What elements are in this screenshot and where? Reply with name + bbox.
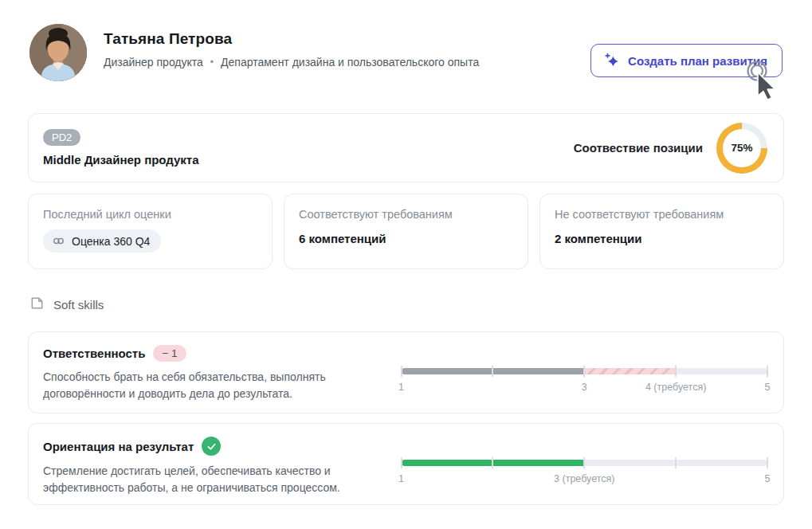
card-label: Последний цикл оценки <box>43 208 257 221</box>
skill-scale-bar: 13 (требуется)5 <box>402 460 768 492</box>
scale-tick <box>583 366 585 378</box>
link-icon <box>52 234 65 248</box>
skill-description: Стремление достигать целей, обеспечивать… <box>43 463 382 496</box>
scale-label: 5 <box>765 382 771 393</box>
separator-dot: • <box>210 57 214 68</box>
file-icon <box>29 296 45 314</box>
avatar <box>29 24 87 81</box>
scale-tick <box>767 457 768 469</box>
last-review-cycle-card: Последний цикл оценки Оценка 360 Q4 <box>28 194 273 269</box>
scale-label: 1 <box>398 382 404 393</box>
scale-tick <box>401 457 402 469</box>
scale-tick <box>767 366 768 378</box>
skill-card-responsibility: Ответственность − 1 Способность брать на… <box>28 331 784 413</box>
meets-requirements-card: Соответствуют требованиям 6 компетенций <box>284 194 528 269</box>
create-plan-label: Создать план развития <box>628 54 767 68</box>
position-title: Middle Дизайнер продукта <box>43 153 199 167</box>
fails-requirements-count: 2 компетенции <box>555 232 769 245</box>
review-cycle-label: Оценка 360 Q4 <box>72 235 150 248</box>
skill-info: Ответственность − 1 Способность брать на… <box>43 345 402 400</box>
meets-requirements-count: 6 компетенций <box>299 232 513 245</box>
scale-tick <box>675 366 677 378</box>
person-name: Татьяна Петрова <box>104 30 479 48</box>
scale-label: 5 <box>765 473 771 484</box>
card-label: Не соответствуют требованиям <box>555 208 769 221</box>
person-role: Дизайнер продукта <box>104 56 203 69</box>
sparkles-icon <box>603 52 621 69</box>
scale-label: 3 (требуется) <box>554 473 614 484</box>
skill-card-result-orientation: Ориентация на результат Стремление дости… <box>28 423 784 505</box>
card-label: Соответствуют требованиям <box>299 208 513 221</box>
employee-profile-page: Татьяна Петрова Дизайнер продукта • Депа… <box>0 0 812 529</box>
scale-label: 4 (требуется) <box>645 382 706 393</box>
check-icon <box>202 437 221 456</box>
person-subtitle: Дизайнер продукта • Департамент дизайна … <box>104 56 479 69</box>
match-donut: 75% <box>716 123 767 174</box>
fails-requirements-card: Не соответствуют требованиям 2 компетенц… <box>539 194 784 269</box>
position-match: Соотвествие позиции 75% <box>574 123 767 174</box>
scale-label: 3 <box>582 382 587 393</box>
skill-scale-bar: 134 (требуется)5 <box>402 368 768 400</box>
grade-badge: PD2 <box>43 129 80 146</box>
person-info: Татьяна Петрова Дизайнер продукта • Депа… <box>104 24 479 81</box>
position-info: PD2 Middle Дизайнер продукта <box>43 129 199 167</box>
person-department: Департамент дизайна и пользовательского … <box>221 56 479 69</box>
match-percent: 75% <box>723 129 761 167</box>
scale-segment-hatch <box>584 368 676 374</box>
scale-segment-track <box>676 368 767 374</box>
scale-tick <box>675 457 677 469</box>
soft-skills-section-header: Soft skills <box>29 296 104 314</box>
skill-description: Способность брать на себя обязательства,… <box>43 369 382 402</box>
avatar-photo <box>29 24 87 81</box>
skill-delta-badge: − 1 <box>153 345 186 362</box>
create-development-plan-button[interactable]: Создать план развития <box>590 44 783 77</box>
scale-label: 1 <box>398 473 404 484</box>
match-label: Соотвествие позиции <box>574 141 703 155</box>
skill-info: Ориентация на результат Стремление дости… <box>43 437 402 492</box>
position-match-card: PD2 Middle Дизайнер продукта Соотвествие… <box>28 113 784 182</box>
skill-title: Ответственность <box>43 347 145 360</box>
section-title: Soft skills <box>53 298 104 312</box>
scale-tick <box>401 366 402 378</box>
scale-tick <box>583 457 585 469</box>
profile-header: Татьяна Петрова Дизайнер продукта • Депа… <box>29 24 479 81</box>
review-cycle-chip[interactable]: Оценка 360 Q4 <box>43 229 161 253</box>
scale-tick <box>492 366 493 378</box>
scale-tick <box>492 457 493 469</box>
skill-title: Ориентация на результат <box>43 440 194 453</box>
